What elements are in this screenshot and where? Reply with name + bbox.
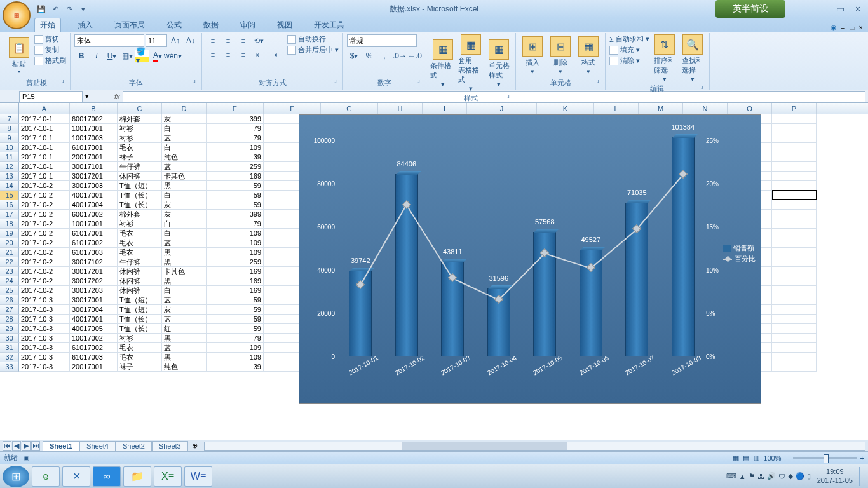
cell[interactable] xyxy=(772,286,817,295)
select-all-corner[interactable] xyxy=(0,103,19,114)
conditional-format-button[interactable]: ▦条件格式▾ xyxy=(430,34,456,93)
autosum-button[interactable]: Σ 自动求和 ▾ xyxy=(609,34,649,44)
inc-decimal-button[interactable]: .0→ xyxy=(393,50,407,62)
start-button[interactable]: ⊞ xyxy=(3,466,29,487)
cell[interactable]: 2017-10-2 xyxy=(19,191,70,200)
tab-home[interactable]: 开始 xyxy=(34,18,61,32)
column-header[interactable]: B xyxy=(70,103,118,114)
prev-sheet-button[interactable]: ◀ xyxy=(12,441,21,451)
row-header[interactable]: 26 xyxy=(0,295,19,305)
row-header[interactable]: 14 xyxy=(0,181,19,191)
cell[interactable]: 黑 xyxy=(162,353,207,362)
row-header[interactable]: 18 xyxy=(0,219,19,229)
cell[interactable]: 109 xyxy=(207,353,264,362)
cell[interactable]: 2017-10-2 xyxy=(19,238,70,248)
tab-review[interactable]: 审阅 xyxy=(235,18,261,32)
cell[interactable]: 259 xyxy=(207,162,264,172)
cell[interactable]: T恤（长） xyxy=(118,191,162,200)
cell[interactable]: 30017201 xyxy=(70,267,118,276)
cell[interactable]: 79 xyxy=(207,124,264,133)
shrink-font-button[interactable]: A↓ xyxy=(184,34,198,47)
cell[interactable]: 40017001 xyxy=(70,315,118,324)
sheet-tab-2[interactable]: Sheet2 xyxy=(116,441,152,451)
help-icon[interactable]: ◉ xyxy=(831,24,837,32)
cell[interactable]: T恤（短） xyxy=(118,305,162,315)
cell[interactable] xyxy=(772,172,817,181)
zoom-level[interactable]: 100% xyxy=(763,454,781,462)
cell[interactable]: 蓝 xyxy=(162,295,207,305)
percent-button[interactable]: % xyxy=(362,50,376,62)
column-header[interactable]: K xyxy=(537,103,594,114)
cell[interactable]: 109 xyxy=(207,238,264,248)
cell[interactable]: 40017004 xyxy=(70,200,118,210)
cell[interactable] xyxy=(772,315,817,324)
cell[interactable]: 黑 xyxy=(162,257,207,267)
row-header[interactable]: 24 xyxy=(0,276,19,286)
cell[interactable]: 毛衣 xyxy=(118,238,162,248)
cell[interactable]: 10017003 xyxy=(70,133,118,143)
cell[interactable]: 61017001 xyxy=(70,143,118,152)
cell[interactable]: 59 xyxy=(207,191,264,200)
cell[interactable]: 袜子 xyxy=(118,152,162,162)
qat-dropdown-icon[interactable]: ▾ xyxy=(78,3,89,15)
cell[interactable]: 2017-10-1 xyxy=(19,162,70,172)
cell[interactable]: 2017-10-3 xyxy=(19,295,70,305)
cell[interactable] xyxy=(772,362,817,372)
zoom-slider[interactable] xyxy=(793,457,857,459)
cell[interactable] xyxy=(772,114,817,124)
cell[interactable]: 59 xyxy=(207,295,264,305)
cell[interactable]: 黑 xyxy=(162,181,207,191)
cell-styles-button[interactable]: ▦单元格 样式▾ xyxy=(486,34,512,93)
cell[interactable]: 2017-10-1 xyxy=(19,133,70,143)
cell[interactable]: 棉外套 xyxy=(118,114,162,124)
cell[interactable]: 2017-10-1 xyxy=(19,114,70,124)
cell[interactable]: 2017-10-2 xyxy=(19,210,70,219)
new-sheet-button[interactable]: ⊕ xyxy=(188,442,201,450)
fx-icon[interactable]: fx xyxy=(114,93,120,100)
cell[interactable]: 衬衫 xyxy=(118,133,162,143)
row-header[interactable]: 16 xyxy=(0,200,19,210)
first-sheet-button[interactable]: ⏮ xyxy=(3,441,11,451)
copy-button[interactable]: 复制 xyxy=(34,45,66,55)
indent-dec-button[interactable]: ⇤ xyxy=(252,48,266,61)
row-header[interactable]: 19 xyxy=(0,229,19,238)
cell[interactable]: 白 xyxy=(162,229,207,238)
cell[interactable]: 衬衫 xyxy=(118,124,162,133)
cell[interactable] xyxy=(772,191,817,200)
cell[interactable]: 2017-10-2 xyxy=(19,286,70,295)
row-header[interactable]: 29 xyxy=(0,324,19,334)
cell[interactable]: 灰 xyxy=(162,305,207,315)
cell[interactable] xyxy=(772,229,817,238)
currency-button[interactable]: $▾ xyxy=(347,50,361,62)
cell[interactable]: 休闲裤 xyxy=(118,276,162,286)
cell[interactable] xyxy=(772,124,817,133)
cell[interactable]: 59 xyxy=(207,324,264,334)
italic-button[interactable]: I xyxy=(90,50,104,62)
cell[interactable]: 毛衣 xyxy=(118,229,162,238)
row-header[interactable]: 22 xyxy=(0,257,19,267)
next-sheet-button[interactable]: ▶ xyxy=(22,441,31,451)
minimize-button[interactable]: – xyxy=(816,4,829,14)
cell[interactable]: 61017003 xyxy=(70,353,118,362)
align-center-button[interactable]: ≡ xyxy=(221,48,235,61)
horizontal-scrollbar[interactable] xyxy=(204,442,865,451)
cell[interactable]: 109 xyxy=(207,143,264,152)
cell[interactable]: 30017004 xyxy=(70,305,118,315)
row-header[interactable]: 32 xyxy=(0,353,19,362)
row-header[interactable]: 21 xyxy=(0,248,19,257)
cell[interactable]: 黑 xyxy=(162,248,207,257)
show-desktop-button[interactable] xyxy=(859,467,865,486)
cell[interactable]: 2017-10-3 xyxy=(19,362,70,372)
column-header[interactable]: J xyxy=(467,103,537,114)
zoom-out-button[interactable]: – xyxy=(785,454,789,462)
cell[interactable] xyxy=(772,210,817,219)
indent-inc-button[interactable]: ⇥ xyxy=(267,48,281,61)
cell[interactable]: 169 xyxy=(207,172,264,181)
grow-font-button[interactable]: A↑ xyxy=(168,34,182,47)
row-header[interactable]: 17 xyxy=(0,210,19,219)
zoom-in-button[interactable]: + xyxy=(860,454,864,462)
row-header[interactable]: 8 xyxy=(0,124,19,133)
cell[interactable]: 黑 xyxy=(162,276,207,286)
cell[interactable]: 灰 xyxy=(162,114,207,124)
cell[interactable]: 卡其色 xyxy=(162,172,207,181)
